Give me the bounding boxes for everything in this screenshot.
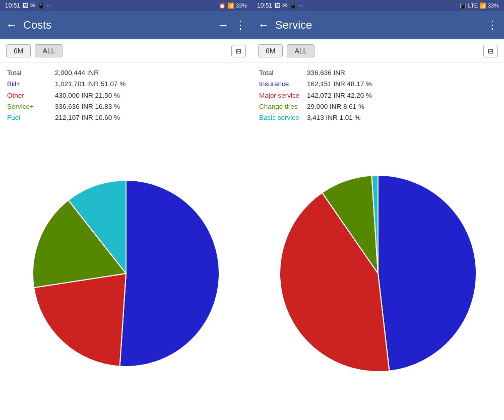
- basic-service-label: Basic service: [259, 113, 307, 123]
- left-pie-group: [33, 180, 219, 367]
- basic-service-row: Basic service 3,413 INR 1.01 %: [259, 113, 497, 123]
- filter-icon-left: ⊟: [236, 47, 241, 55]
- insurance-row: Insurance 162,151 INR 48.17 %: [259, 79, 497, 89]
- app-bar-service: ← Service ⋮: [252, 11, 504, 39]
- bill-label: Bill+: [7, 79, 55, 89]
- back-button-right[interactable]: ←: [258, 19, 269, 32]
- bill-row: Bill+ 1,021,701 INR 51.07 %: [7, 79, 245, 89]
- bill-value: 1,021,701 INR 51.07 %: [55, 79, 245, 89]
- lte-icon: LTE: [468, 3, 478, 9]
- forward-button[interactable]: →: [218, 19, 229, 32]
- 6m-button-left[interactable]: 6M: [6, 44, 31, 57]
- app-bar-costs: ← Costs → ⋮: [0, 11, 252, 39]
- service-panel: 10:51 🖼 ✉ 📱 ··· 📳 LTE 📶 33% ← Service ⋮ …: [252, 0, 504, 420]
- costs-panel: 10:51 🖼 ✉ 📱 ··· ⏰ 📶 33% ← Costs → ⋮ 6M A…: [0, 0, 252, 420]
- battery-right: 33%: [488, 3, 499, 9]
- costs-data: Total 2,000,444 INR Bill+ 1,021,701 INR …: [0, 63, 252, 127]
- more-dots-icon: ···: [47, 2, 52, 9]
- change-tires-row: Change tires 29,000 INR 8.61 %: [259, 102, 497, 112]
- status-bar-right-left-side: 10:51 🖼 ✉ 📱 ···: [257, 2, 304, 9]
- status-bar-right-right-side: 📳 LTE 📶 33%: [460, 3, 499, 9]
- other-value: 430,000 INR 21.50 %: [55, 91, 245, 101]
- costs-pie-svg: [30, 168, 222, 379]
- total-label-right: Total: [259, 68, 307, 78]
- more-dots-icon-r: ···: [299, 2, 304, 9]
- service-label: Service+: [7, 102, 55, 112]
- service-pie-svg: [272, 168, 484, 379]
- more-button-left[interactable]: ⋮: [235, 19, 246, 32]
- service-title: Service: [275, 19, 481, 32]
- costs-title: Costs: [23, 19, 212, 32]
- other-label: Other: [7, 91, 55, 101]
- status-bar-left-icons: 10:51 🖼 ✉ 📱 ···: [5, 2, 52, 9]
- wa-icon: 📱: [37, 2, 45, 9]
- all-button-left[interactable]: ALL: [35, 44, 62, 57]
- all-button-right[interactable]: ALL: [287, 44, 314, 57]
- service-value: 336,636 INR 16.83 %: [55, 102, 245, 112]
- change-tires-value: 29,000 INR 8.61 %: [307, 102, 497, 112]
- major-service-value: 142,072 INR 42.20 %: [307, 91, 497, 101]
- wifi-icon-r: 📶: [479, 3, 486, 9]
- insurance-value: 162,151 INR 48.17 %: [307, 79, 497, 89]
- filter-bar-left: 6M ALL ⊟: [0, 39, 252, 63]
- filter-icon-right: ⊟: [488, 47, 493, 55]
- basic-service-value: 3,413 INR 1.01 %: [307, 113, 497, 123]
- time-right: 10:51: [257, 2, 272, 9]
- filter-icon-button-right[interactable]: ⊟: [483, 45, 498, 57]
- back-button-left[interactable]: ←: [6, 19, 17, 32]
- img-icon: 🖼: [22, 2, 28, 9]
- major-service-row: Major service 142,072 INR 42.20 %: [259, 91, 497, 101]
- status-bar-right-left: ⏰ 📶 33%: [219, 3, 247, 9]
- total-row-right: Total 336,636 INR: [259, 68, 497, 78]
- img-icon-r: 🖼: [274, 2, 280, 9]
- alarm-icon: ⏰: [219, 3, 226, 9]
- msg-icon: ✉: [30, 2, 35, 9]
- time-left: 10:51: [5, 2, 20, 9]
- service-chart: [252, 127, 504, 420]
- vol-icon: 📳: [460, 3, 467, 9]
- msg-icon-r: ✉: [282, 2, 287, 9]
- service-data: Total 336,636 INR Insurance 162,151 INR …: [252, 63, 504, 127]
- service-row: Service+ 336,636 INR 16.83 %: [7, 102, 245, 112]
- insurance-label: Insurance: [259, 79, 307, 89]
- 6m-button-right[interactable]: 6M: [258, 44, 283, 57]
- major-service-label: Major service: [259, 91, 307, 101]
- filter-icon-button-left[interactable]: ⊟: [231, 45, 246, 57]
- fuel-row: Fuel 212,107 INR 10.60 %: [7, 113, 245, 123]
- costs-chart: [0, 127, 252, 420]
- wa-icon-r: 📱: [289, 2, 297, 9]
- total-label-left: Total: [7, 68, 55, 78]
- total-row-left: Total 2,000,444 INR: [7, 68, 245, 78]
- fuel-label: Fuel: [7, 113, 55, 123]
- battery-left: 33%: [236, 3, 247, 9]
- change-tires-label: Change tires: [259, 102, 307, 112]
- total-value-right: 336,636 INR: [307, 68, 497, 78]
- status-bar-right: 10:51 🖼 ✉ 📱 ··· 📳 LTE 📶 33%: [252, 0, 504, 11]
- total-value-left: 2,000,444 INR: [55, 68, 245, 78]
- other-row: Other 430,000 INR 21.50 %: [7, 91, 245, 101]
- fuel-value: 212,107 INR 10.60 %: [55, 113, 245, 123]
- right-pie-group: [280, 175, 476, 372]
- more-button-right[interactable]: ⋮: [487, 19, 498, 32]
- filter-bar-right: 6M ALL ⊟: [252, 39, 504, 63]
- status-bar-left: 10:51 🖼 ✉ 📱 ··· ⏰ 📶 33%: [0, 0, 252, 11]
- wifi-icon: 📶: [227, 3, 234, 9]
